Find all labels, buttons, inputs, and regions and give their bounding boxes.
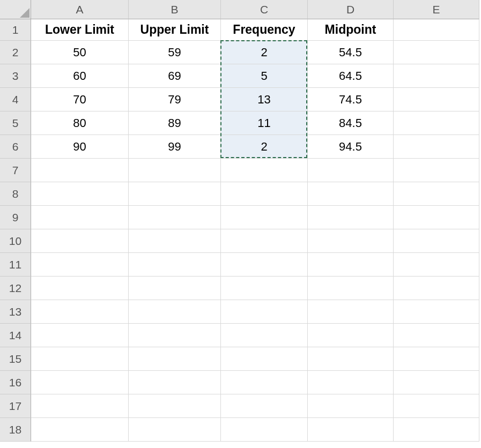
cell-D8[interactable] xyxy=(308,182,394,206)
column-header-D[interactable]: D xyxy=(308,0,394,19)
cell-D16[interactable] xyxy=(308,371,394,394)
cell-B11[interactable] xyxy=(129,253,221,277)
cell-E17[interactable] xyxy=(394,394,479,418)
cell-A4[interactable]: 70 xyxy=(31,88,129,111)
cell-E6[interactable] xyxy=(394,135,479,159)
cell-C10[interactable] xyxy=(221,229,308,253)
row-header-15[interactable]: 15 xyxy=(0,347,31,371)
cell-E5[interactable] xyxy=(394,111,479,135)
row-header-4[interactable]: 4 xyxy=(0,88,31,111)
column-header-E[interactable]: E xyxy=(394,0,479,19)
cell-C11[interactable] xyxy=(221,253,308,277)
row-header-8[interactable]: 8 xyxy=(0,182,31,206)
cell-D18[interactable] xyxy=(308,418,394,442)
cell-E18[interactable] xyxy=(394,418,479,442)
row-header-16[interactable]: 16 xyxy=(0,371,31,394)
cell-B6[interactable]: 99 xyxy=(129,135,221,159)
cell-B8[interactable] xyxy=(129,182,221,206)
cell-B9[interactable] xyxy=(129,206,221,229)
cell-A13[interactable] xyxy=(31,300,129,324)
cell-E10[interactable] xyxy=(394,229,479,253)
cell-A18[interactable] xyxy=(31,418,129,442)
cell-D12[interactable] xyxy=(308,277,394,300)
cell-E3[interactable] xyxy=(394,64,479,88)
cell-A17[interactable] xyxy=(31,394,129,418)
row-header-7[interactable]: 7 xyxy=(0,159,31,182)
cell-B17[interactable] xyxy=(129,394,221,418)
cell-A16[interactable] xyxy=(31,371,129,394)
cell-A10[interactable] xyxy=(31,229,129,253)
cell-A8[interactable] xyxy=(31,182,129,206)
cell-D1[interactable]: Midpoint xyxy=(308,19,394,41)
row-header-2[interactable]: 2 xyxy=(0,41,31,64)
row-header-12[interactable]: 12 xyxy=(0,277,31,300)
cell-B13[interactable] xyxy=(129,300,221,324)
cell-B16[interactable] xyxy=(129,371,221,394)
cell-D7[interactable] xyxy=(308,159,394,182)
cell-E1[interactable] xyxy=(394,19,479,41)
cell-E11[interactable] xyxy=(394,253,479,277)
cell-C16[interactable] xyxy=(221,371,308,394)
cell-B7[interactable] xyxy=(129,159,221,182)
cell-E7[interactable] xyxy=(394,159,479,182)
cell-A5[interactable]: 80 xyxy=(31,111,129,135)
cell-A2[interactable]: 50 xyxy=(31,41,129,64)
cell-C1[interactable]: Frequency xyxy=(221,19,308,41)
cell-A9[interactable] xyxy=(31,206,129,229)
cell-E2[interactable] xyxy=(394,41,479,64)
cell-D6[interactable]: 94.5 xyxy=(308,135,394,159)
cell-B3[interactable]: 69 xyxy=(129,64,221,88)
cell-C18[interactable] xyxy=(221,418,308,442)
cell-B10[interactable] xyxy=(129,229,221,253)
cell-B14[interactable] xyxy=(129,324,221,347)
cell-E15[interactable] xyxy=(394,347,479,371)
row-header-17[interactable]: 17 xyxy=(0,394,31,418)
cell-D4[interactable]: 74.5 xyxy=(308,88,394,111)
cell-D10[interactable] xyxy=(308,229,394,253)
cell-C17[interactable] xyxy=(221,394,308,418)
row-header-6[interactable]: 6 xyxy=(0,135,31,159)
cell-C15[interactable] xyxy=(221,347,308,371)
row-header-3[interactable]: 3 xyxy=(0,64,31,88)
cell-C5[interactable]: 11 xyxy=(221,111,308,135)
column-header-B[interactable]: B xyxy=(129,0,221,19)
cell-B15[interactable] xyxy=(129,347,221,371)
cell-E4[interactable] xyxy=(394,88,479,111)
cell-C3[interactable]: 5 xyxy=(221,64,308,88)
cell-B18[interactable] xyxy=(129,418,221,442)
cell-A6[interactable]: 90 xyxy=(31,135,129,159)
cell-D2[interactable]: 54.5 xyxy=(308,41,394,64)
cell-E9[interactable] xyxy=(394,206,479,229)
cell-A11[interactable] xyxy=(31,253,129,277)
cell-D9[interactable] xyxy=(308,206,394,229)
cell-E16[interactable] xyxy=(394,371,479,394)
row-header-14[interactable]: 14 xyxy=(0,324,31,347)
cell-B5[interactable]: 89 xyxy=(129,111,221,135)
cell-C4[interactable]: 13 xyxy=(221,88,308,111)
cell-A1[interactable]: Lower Limit xyxy=(31,19,129,41)
cell-A12[interactable] xyxy=(31,277,129,300)
row-header-10[interactable]: 10 xyxy=(0,229,31,253)
cell-D11[interactable] xyxy=(308,253,394,277)
cell-A15[interactable] xyxy=(31,347,129,371)
cell-A3[interactable]: 60 xyxy=(31,64,129,88)
cell-A7[interactable] xyxy=(31,159,129,182)
cell-C13[interactable] xyxy=(221,300,308,324)
cell-C14[interactable] xyxy=(221,324,308,347)
row-header-11[interactable]: 11 xyxy=(0,253,31,277)
select-all-corner[interactable] xyxy=(0,0,31,19)
cell-D14[interactable] xyxy=(308,324,394,347)
cell-B12[interactable] xyxy=(129,277,221,300)
column-header-C[interactable]: C xyxy=(221,0,308,19)
row-header-18[interactable]: 18 xyxy=(0,418,31,442)
row-header-5[interactable]: 5 xyxy=(0,111,31,135)
cell-C6[interactable]: 2 xyxy=(221,135,308,159)
cell-C8[interactable] xyxy=(221,182,308,206)
row-header-1[interactable]: 1 xyxy=(0,19,31,41)
cell-D13[interactable] xyxy=(308,300,394,324)
cell-C12[interactable] xyxy=(221,277,308,300)
cell-E14[interactable] xyxy=(394,324,479,347)
cell-D5[interactable]: 84.5 xyxy=(308,111,394,135)
cell-D3[interactable]: 64.5 xyxy=(308,64,394,88)
cell-C9[interactable] xyxy=(221,206,308,229)
